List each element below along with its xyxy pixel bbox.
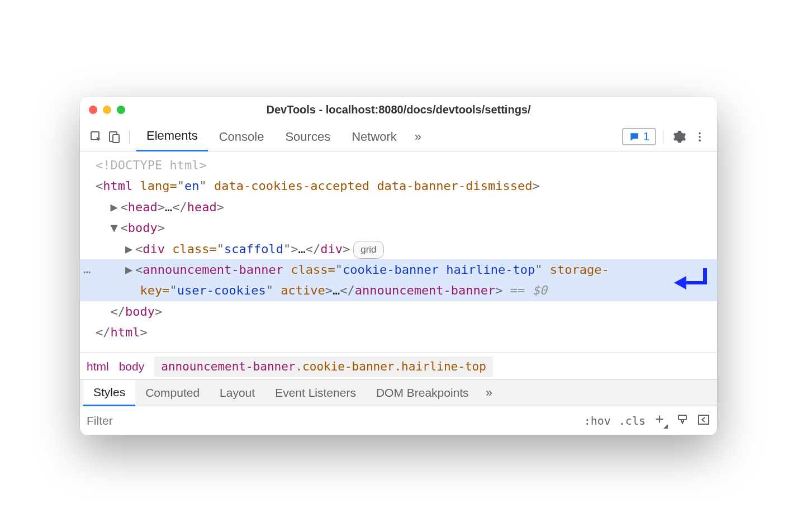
highlight-arrow-icon [672, 267, 707, 302]
svg-point-3 [699, 132, 701, 134]
breadcrumb: html body announcement-banner.cookie-ban… [80, 353, 717, 379]
titlebar: DevTools - localhost:8080/docs/devtools/… [80, 97, 717, 122]
html-close-line[interactable]: </html> [80, 322, 717, 343]
subtab-dom-breakpoints[interactable]: DOM Breakpoints [366, 380, 479, 406]
collapse-triangle-icon[interactable]: ▼ [111, 217, 121, 238]
minimize-window-button[interactable] [103, 106, 111, 114]
breadcrumb-item-html[interactable]: html [87, 360, 109, 373]
device-toggle-icon[interactable] [106, 129, 122, 145]
more-tabs-icon[interactable]: » [408, 130, 428, 144]
issue-icon [629, 131, 640, 142]
devtools-window: DevTools - localhost:8080/docs/devtools/… [80, 97, 717, 435]
new-style-rule-icon[interactable] [653, 413, 668, 429]
svg-rect-2 [113, 135, 119, 142]
element-actions-icon[interactable]: ⋯ [83, 262, 91, 282]
doctype-line[interactable]: <!DOCTYPE html> [80, 155, 717, 175]
main-toolbar: Elements Console Sources Network » 1 [80, 122, 717, 151]
computed-toggle-icon[interactable] [697, 413, 710, 429]
subtab-layout[interactable]: Layout [210, 380, 265, 406]
issue-count: 1 [643, 130, 649, 143]
svg-rect-7 [699, 415, 709, 424]
window-controls [89, 106, 125, 114]
paintbrush-icon[interactable] [676, 413, 689, 429]
cls-toggle[interactable]: .cls [619, 414, 646, 428]
toolbar-divider [129, 130, 130, 144]
tab-elements[interactable]: Elements [136, 122, 208, 151]
styles-filter-input[interactable] [87, 414, 576, 428]
body-close-line[interactable]: </body> [80, 301, 717, 322]
svg-point-5 [699, 139, 701, 141]
breadcrumb-item-current[interactable]: announcement-banner.cookie-banner.hairli… [154, 357, 493, 377]
div-scaffold-line[interactable]: ▶<div class="scaffold">…</div>grid [80, 239, 717, 259]
more-subtabs-icon[interactable]: » [479, 386, 499, 400]
expand-triangle-icon[interactable]: ▶ [111, 197, 121, 217]
svg-point-4 [699, 136, 701, 138]
subtab-event-listeners[interactable]: Event Listeners [265, 380, 366, 406]
svg-rect-6 [679, 415, 686, 420]
head-line[interactable]: ▶<head>…</head> [80, 197, 717, 217]
grid-badge[interactable]: grid [353, 241, 383, 259]
styles-tabbar: Styles Computed Layout Event Listeners D… [80, 379, 717, 406]
selected-element-row[interactable]: ⋯ ▶<announcement-banner class="cookie-ba… [80, 259, 717, 301]
elements-panel[interactable]: <!DOCTYPE html> <html lang="en" data-coo… [80, 151, 717, 353]
tab-sources[interactable]: Sources [275, 122, 340, 151]
maximize-window-button[interactable] [117, 106, 125, 114]
subtab-styles[interactable]: Styles [83, 380, 135, 406]
hov-toggle[interactable]: :hov [584, 414, 611, 428]
settings-icon[interactable] [670, 127, 689, 146]
more-menu-icon[interactable] [690, 127, 709, 146]
body-open-line[interactable]: ▼<body> [80, 217, 717, 238]
html-open-line[interactable]: <html lang="en" data-cookies-accepted da… [80, 175, 717, 196]
breadcrumb-item-body[interactable]: body [119, 360, 145, 373]
styles-filter-bar: :hov .cls [80, 406, 717, 435]
window-title: DevTools - localhost:8080/docs/devtools/… [266, 103, 530, 116]
expand-triangle-icon[interactable]: ▶ [125, 259, 135, 280]
issues-button[interactable]: 1 [622, 128, 656, 145]
subtab-computed[interactable]: Computed [135, 380, 210, 406]
close-window-button[interactable] [89, 106, 97, 114]
tab-network[interactable]: Network [341, 122, 407, 151]
toolbar-divider [663, 130, 663, 144]
expand-triangle-icon[interactable]: ▶ [125, 239, 135, 259]
inspect-element-icon[interactable] [88, 129, 105, 145]
tab-console[interactable]: Console [209, 122, 274, 151]
